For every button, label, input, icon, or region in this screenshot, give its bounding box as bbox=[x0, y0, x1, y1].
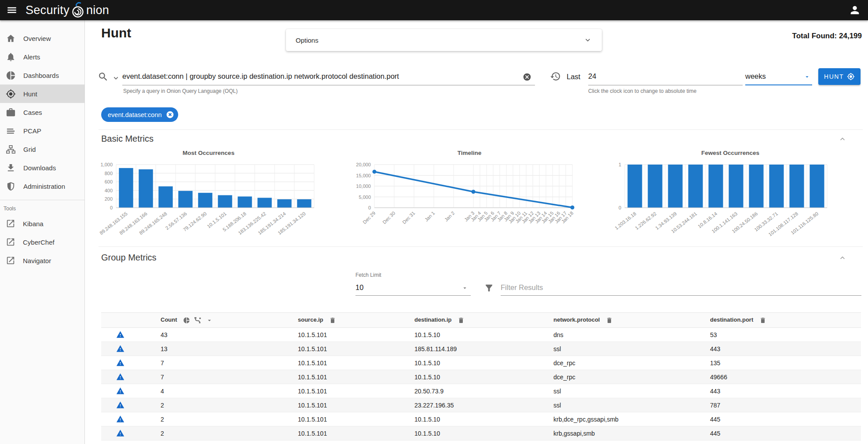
cell-network-protocol: krb,dce_rpc,gssapi,smb bbox=[553, 412, 710, 426]
logo-text-right: nion bbox=[86, 4, 109, 17]
group-table-body: 43 10.1.5.101 10.1.5.10 dns 53 13 10.1.5… bbox=[101, 328, 861, 440]
sidebar-item-alerts[interactable]: Alerts bbox=[0, 48, 84, 66]
sidebar-item-kibana[interactable]: Kibana bbox=[0, 214, 84, 233]
svg-text:Dec 31: Dec 31 bbox=[401, 210, 416, 225]
event-warning-icon[interactable] bbox=[116, 359, 125, 367]
cell-destination-port: 53 bbox=[710, 328, 861, 342]
svg-text:0: 0 bbox=[110, 205, 113, 210]
filter-results-input[interactable] bbox=[501, 280, 861, 296]
user-icon[interactable] bbox=[849, 4, 861, 16]
svg-text:Jan 2: Jan 2 bbox=[443, 210, 456, 223]
event-warning-icon[interactable] bbox=[116, 429, 125, 437]
event-warning-icon[interactable] bbox=[116, 415, 125, 423]
table-row[interactable]: 4 10.1.5.101 20.50.73.9 ssl 443 bbox=[101, 384, 861, 398]
pie-chart-icon bbox=[6, 70, 16, 81]
onion-icon bbox=[70, 1, 86, 19]
sankey-toggle-icon[interactable] bbox=[194, 317, 202, 324]
cell-network-protocol: dce_rpc bbox=[553, 356, 710, 370]
cell-network-protocol: ssl bbox=[553, 342, 710, 356]
svg-text:1,000: 1,000 bbox=[100, 162, 113, 167]
svg-text:5,000: 5,000 bbox=[359, 194, 371, 200]
sidebar-item-navigator[interactable]: Navigator bbox=[0, 251, 84, 270]
remove-column-icon[interactable] bbox=[458, 317, 465, 324]
svg-text:0: 0 bbox=[619, 205, 621, 210]
query-dropdown-icon[interactable] bbox=[112, 74, 120, 82]
event-warning-icon[interactable] bbox=[116, 401, 125, 409]
sidebar-item-cyberchef[interactable]: CyberChef bbox=[0, 233, 84, 251]
column-label: destination.port bbox=[710, 316, 753, 323]
cell-count: 2 bbox=[161, 398, 298, 412]
sidebar-item-label: Overview bbox=[23, 35, 51, 42]
table-row[interactable]: 7 10.1.5.101 10.1.5.10 dce_rpc 135 bbox=[101, 356, 861, 370]
svg-text:800: 800 bbox=[105, 171, 113, 176]
sidebar-item-dashboards[interactable]: Dashboards bbox=[0, 66, 84, 84]
collapse-group-icon[interactable] bbox=[838, 253, 847, 262]
chart-options-caret-icon[interactable] bbox=[206, 317, 213, 324]
options-panel[interactable]: Options bbox=[286, 29, 602, 51]
query-input[interactable] bbox=[122, 68, 535, 85]
table-row[interactable]: 2 10.1.5.101 10.1.5.10 krb,dce_rpc,gssap… bbox=[101, 412, 861, 426]
sidebar-item-pcap[interactable]: PCAP bbox=[0, 121, 84, 140]
cell-destination-port: 445 bbox=[710, 426, 861, 440]
relative-time-icon[interactable] bbox=[550, 71, 561, 82]
chevron-down-icon bbox=[583, 36, 592, 44]
external-link-icon bbox=[6, 256, 15, 265]
time-prefix-label: Last bbox=[567, 73, 580, 81]
cell-destination-port: 787 bbox=[710, 398, 861, 412]
cell-destination-ip: 10.1.5.10 bbox=[414, 328, 553, 342]
collapse-basic-icon[interactable] bbox=[838, 135, 847, 143]
table-row[interactable]: 2 10.1.5.101 10.1.5.10 krb,gssapi,smb 44… bbox=[101, 426, 861, 440]
section-divider bbox=[99, 129, 863, 130]
hunt-button[interactable]: HUNT bbox=[818, 68, 861, 85]
table-row[interactable]: 7 10.1.5.101 10.1.5.10 dce_rpc 49666 bbox=[101, 370, 861, 384]
filter-chip[interactable]: event.dataset:conn bbox=[101, 107, 178, 122]
time-unit-select[interactable]: weeks bbox=[745, 68, 812, 85]
sidebar: Overview Alerts Dashboards Hunt Cases PC… bbox=[0, 20, 85, 444]
column-header-destination-port: destination.port bbox=[710, 313, 861, 328]
menu-icon[interactable] bbox=[6, 4, 18, 16]
sidebar-item-label: Cases bbox=[23, 109, 42, 116]
cell-destination-port: 443 bbox=[710, 384, 861, 398]
fetch-limit-select[interactable]: 10 bbox=[355, 280, 471, 296]
cell-source-ip: 10.1.5.101 bbox=[298, 342, 414, 356]
sidebar-item-cases[interactable]: Cases bbox=[0, 103, 84, 121]
cell-destination-ip: 10.1.5.10 bbox=[414, 370, 553, 384]
sidebar-item-label: Hunt bbox=[23, 90, 37, 98]
event-warning-icon[interactable] bbox=[116, 330, 125, 339]
sidebar-item-overview[interactable]: Overview bbox=[0, 29, 84, 48]
table-row[interactable]: 2 10.1.5.101 23.227.196.35 ssl 787 bbox=[101, 398, 861, 412]
table-row[interactable]: 43 10.1.5.101 10.1.5.10 dns 53 bbox=[101, 328, 861, 342]
fetch-limit-value: 10 bbox=[355, 283, 363, 292]
fetch-limit-label: Fetch Limit bbox=[355, 272, 381, 278]
group-metrics-title: Group Metrics bbox=[101, 253, 157, 263]
event-warning-icon[interactable] bbox=[116, 387, 125, 395]
remove-column-icon[interactable] bbox=[329, 317, 336, 324]
sidebar-item-grid[interactable]: Grid bbox=[0, 140, 84, 158]
duration-input[interactable] bbox=[588, 68, 743, 85]
hunt-button-label: HUNT bbox=[824, 73, 844, 80]
svg-text:200: 200 bbox=[105, 196, 113, 202]
clear-query-icon[interactable] bbox=[523, 73, 531, 81]
query-helper-text: Specify a query in Onion Query Language … bbox=[123, 88, 238, 94]
cell-network-protocol: dns bbox=[553, 328, 710, 342]
security-onion-logo: Security nion bbox=[26, 1, 109, 19]
sitemap-icon bbox=[6, 144, 16, 154]
time-helper-text: Click the clock icon to change to absolu… bbox=[588, 88, 696, 94]
sidebar-item-hunt[interactable]: Hunt bbox=[0, 84, 84, 103]
sidebar-item-downloads[interactable]: Downloads bbox=[0, 158, 84, 177]
event-warning-icon[interactable] bbox=[116, 373, 125, 381]
svg-text:Jan 1: Jan 1 bbox=[424, 210, 436, 223]
table-row[interactable]: 13 10.1.5.101 185.81.114.189 ssl 443 bbox=[101, 342, 861, 356]
sidebar-item-administration[interactable]: Administration bbox=[0, 177, 84, 195]
cell-count: 7 bbox=[161, 370, 298, 384]
filter-chip-label: event.dataset:conn bbox=[108, 111, 162, 118]
remove-column-icon[interactable] bbox=[759, 317, 766, 324]
home-icon bbox=[6, 33, 16, 44]
cell-destination-ip: 10.1.5.10 bbox=[414, 426, 553, 440]
remove-filter-icon[interactable] bbox=[165, 110, 175, 119]
list-icon bbox=[6, 126, 16, 136]
svg-text:Dec 30: Dec 30 bbox=[381, 210, 396, 225]
pie-chart-toggle-icon[interactable] bbox=[183, 317, 190, 324]
event-warning-icon[interactable] bbox=[116, 345, 125, 353]
remove-column-icon[interactable] bbox=[606, 317, 613, 324]
